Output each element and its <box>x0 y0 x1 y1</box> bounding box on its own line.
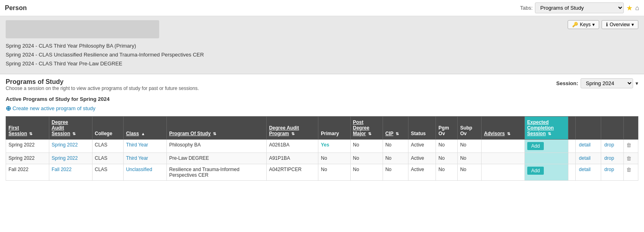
college-cell: CLAS <box>92 153 123 164</box>
trash-icon[interactable]: 🗑 <box>626 142 631 148</box>
pos-title-area: Programs of Study Choose a session on th… <box>6 78 199 94</box>
keys-button[interactable]: 🔑 Keys ▾ <box>568 20 599 29</box>
tabs-area: Tabs: Programs of Study ★ ⌂ <box>520 2 639 13</box>
table-row: Spring 2022Spring 2022CLASThird YearPhil… <box>6 140 638 153</box>
class-link[interactable]: Unclassified <box>126 167 152 172</box>
col-action1 <box>568 117 576 140</box>
overview-button[interactable]: ℹ Overview ▾ <box>602 20 638 29</box>
col-degree-audit-session: DegreeAuditSession ⇅ <box>49 117 92 140</box>
das-link[interactable]: Spring 2022 <box>52 142 78 148</box>
trash-cell: 🗑 <box>624 164 638 181</box>
program-of-study-cell: Philosophy BA <box>166 140 266 153</box>
status-cell: Active <box>408 153 436 164</box>
overview-chevron-icon: ▾ <box>631 22 634 27</box>
col-program-of-study: Program Of Study ⇅ <box>166 117 266 140</box>
sort-arrow-ecs: ⇅ <box>548 132 551 136</box>
drop-cell: drop <box>601 153 623 164</box>
pos-section: Programs of Study Choose a session on th… <box>0 74 644 185</box>
col-status: Status <box>408 117 436 140</box>
table-row: Spring 2022Spring 2022CLASThird YearPre-… <box>6 153 638 164</box>
add-button[interactable]: Add <box>527 142 544 150</box>
page-title: Person <box>5 4 27 12</box>
primary-cell: No <box>318 164 350 181</box>
col-subp-ov: SubpOv <box>457 117 481 140</box>
status-cell: Active <box>408 164 436 181</box>
col-advisors: Advisors ⇅ <box>481 117 524 140</box>
dap-cell: A91P1BA <box>266 153 318 164</box>
person-programs-list: Spring 2024 - CLAS Third Year Philosophy… <box>6 42 638 68</box>
drop-link[interactable]: drop <box>604 167 614 172</box>
cip-cell: No <box>383 164 408 181</box>
das-link[interactable]: Fall 2022 <box>52 167 72 172</box>
first-session-cell: Spring 2022 <box>6 140 49 153</box>
col-action4 <box>624 117 638 140</box>
class-cell: Unclassified <box>123 164 166 181</box>
list-item: Spring 2024 - CLAS Third Year Philosophy… <box>6 42 638 50</box>
col-first-session: FirstSession ⇅ <box>6 117 49 140</box>
pgm-ov-cell: No <box>436 153 458 164</box>
first-session-cell: Fall 2022 <box>6 164 49 181</box>
class-cell: Third Year <box>123 140 166 153</box>
col-expected-completion: ExpectedCompletionSession ⇅ <box>524 117 568 140</box>
person-card-actions: 🔑 Keys ▾ ℹ Overview ▾ <box>568 20 638 29</box>
drop-cell: drop <box>601 140 623 153</box>
blank-cell <box>568 140 576 153</box>
sort-arrow-pdm: ⇅ <box>368 132 371 136</box>
blank-cell <box>568 164 576 181</box>
trash-icon[interactable]: 🗑 <box>626 155 631 161</box>
blank-cell <box>568 153 576 164</box>
class-link[interactable]: Third Year <box>126 155 148 161</box>
detail-link[interactable]: detail <box>579 167 591 172</box>
sort-arrow-cip: ⇅ <box>396 132 399 136</box>
pos-subtitle: Choose a session on the right to view ac… <box>6 86 199 91</box>
pgm-ov-cell: No <box>436 140 458 153</box>
star-icon[interactable]: ★ <box>626 4 633 13</box>
das-cell: Spring 2022 <box>49 153 92 164</box>
drop-link[interactable]: drop <box>604 142 614 148</box>
sort-arrow-advisors: ⇅ <box>507 132 510 136</box>
session-select[interactable]: Spring 2024 Fall 2023 Spring 2023 <box>581 78 633 88</box>
session-label: Session: <box>556 80 578 86</box>
create-program-link[interactable]: ⊕ Create new active program of study <box>6 105 638 112</box>
col-post-degree: PostDegreeMajor ⇅ <box>350 117 383 140</box>
key-icon: 🔑 <box>572 22 578 27</box>
col-cip: CIP ⇅ <box>383 117 408 140</box>
sort-arrow-das: ⇅ <box>72 132 76 136</box>
class-link[interactable]: Third Year <box>126 142 148 148</box>
cip-cell: No <box>383 153 408 164</box>
das-link[interactable]: Spring 2022 <box>52 155 78 161</box>
pos-section-header: Programs of Study Choose a session on th… <box>6 78 638 94</box>
col-primary: Primary <box>318 117 350 140</box>
class-cell: Third Year <box>123 153 166 164</box>
add-button[interactable]: Add <box>527 167 544 175</box>
college-cell: CLAS <box>92 164 123 181</box>
sort-arrow-pos: ⇅ <box>213 132 216 136</box>
pgm-ov-cell: No <box>436 164 458 181</box>
page-header: Person Tabs: Programs of Study ★ ⌂ <box>0 0 644 16</box>
trash-cell: 🗑 <box>624 153 638 164</box>
col-college: College <box>92 117 123 140</box>
table-row: Fall 2022Fall 2022CLASUnclassifiedResili… <box>6 164 638 181</box>
das-cell: Spring 2022 <box>49 140 92 153</box>
col-action2 <box>576 117 601 140</box>
detail-link[interactable]: detail <box>579 142 591 148</box>
program-of-study-cell: Resilience and Trauma-Informed Perspecti… <box>166 164 266 181</box>
college-cell: CLAS <box>92 140 123 153</box>
info-icon: ℹ <box>606 22 608 27</box>
list-item: Spring 2024 - CLAS Third Year Pre-Law DE… <box>6 59 638 68</box>
circle-plus-icon: ⊕ <box>6 105 11 112</box>
expected-completion-cell: Add <box>524 140 568 153</box>
trash-icon[interactable]: 🗑 <box>626 167 631 173</box>
status-cell: Active <box>408 140 436 153</box>
dap-cell: A042RTIPCER <box>266 164 318 181</box>
first-session-cell: Spring 2022 <box>6 153 49 164</box>
trash-cell: 🗑 <box>624 140 638 153</box>
sort-arrow-first-session: ⇅ <box>29 132 32 136</box>
home-icon[interactable]: ⌂ <box>635 4 639 12</box>
detail-cell: detail <box>576 164 601 181</box>
detail-link[interactable]: detail <box>579 155 591 161</box>
col-degree-audit-program: Degree AuditProgram ⇅ <box>266 117 318 140</box>
drop-link[interactable]: drop <box>604 155 614 161</box>
session-area: Session: Spring 2024 Fall 2023 Spring 20… <box>556 78 638 88</box>
tabs-select[interactable]: Programs of Study <box>535 2 624 13</box>
